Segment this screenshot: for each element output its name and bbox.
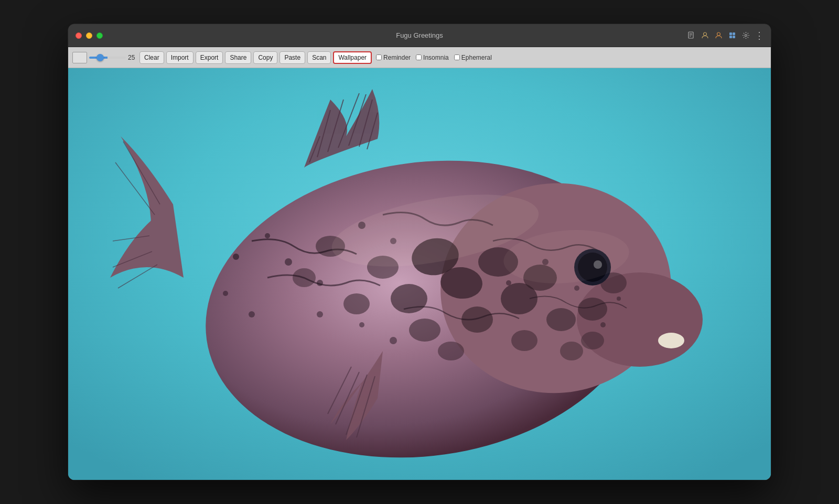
svg-point-34 bbox=[581, 332, 604, 349]
reminder-checkbox[interactable] bbox=[376, 54, 382, 60]
reminder-checkbox-label[interactable]: Reminder bbox=[376, 54, 411, 61]
maximize-button[interactable] bbox=[96, 32, 103, 39]
clear-button[interactable]: Clear bbox=[139, 51, 164, 64]
svg-rect-7 bbox=[733, 32, 735, 35]
svg-point-48 bbox=[617, 297, 621, 301]
canvas-area[interactable] bbox=[68, 68, 771, 480]
svg-point-17 bbox=[391, 284, 427, 313]
svg-point-36 bbox=[265, 233, 270, 238]
paste-button[interactable]: Paste bbox=[279, 51, 305, 64]
window-title: Fugu Greetings bbox=[396, 31, 443, 39]
ephemeral-checkbox-label[interactable]: Ephemeral bbox=[454, 54, 492, 61]
checkbox-group: Reminder Insomnia Ephemeral bbox=[376, 54, 492, 61]
svg-point-5 bbox=[717, 32, 720, 36]
svg-point-46 bbox=[574, 286, 579, 291]
ephemeral-checkbox[interactable] bbox=[454, 54, 460, 60]
svg-point-50 bbox=[249, 311, 255, 317]
svg-point-41 bbox=[359, 322, 364, 327]
titlebar: Fugu Greetings bbox=[68, 24, 771, 47]
insomnia-checkbox[interactable] bbox=[416, 54, 422, 60]
svg-point-4 bbox=[703, 32, 706, 36]
close-button[interactable] bbox=[76, 32, 82, 39]
profile-icon-2[interactable] bbox=[714, 31, 723, 40]
toolbar: 25 Clear Import Export Share Copy Paste … bbox=[68, 47, 771, 68]
ephemeral-label: Ephemeral bbox=[461, 54, 492, 61]
svg-point-31 bbox=[560, 342, 583, 360]
svg-point-29 bbox=[409, 319, 440, 342]
brush-size-slider[interactable] bbox=[89, 57, 126, 59]
svg-point-26 bbox=[511, 330, 537, 351]
svg-point-47 bbox=[600, 322, 606, 327]
svg-point-10 bbox=[745, 35, 747, 37]
svg-point-30 bbox=[438, 342, 464, 360]
insomnia-label: Insomnia bbox=[423, 54, 449, 61]
extension-icon[interactable] bbox=[728, 31, 736, 40]
color-swatch[interactable] bbox=[72, 52, 87, 63]
slider-container: 25 bbox=[89, 54, 137, 61]
svg-point-35 bbox=[233, 254, 239, 260]
scan-button[interactable]: Scan bbox=[307, 51, 331, 64]
share-button[interactable]: Share bbox=[225, 51, 251, 64]
svg-point-23 bbox=[343, 293, 370, 314]
svg-point-43 bbox=[317, 311, 323, 317]
svg-rect-9 bbox=[733, 36, 735, 38]
fish-illustration bbox=[68, 68, 771, 480]
svg-point-37 bbox=[285, 258, 292, 266]
wallpaper-button[interactable]: Wallpaper bbox=[333, 51, 372, 64]
new-document-icon[interactable] bbox=[687, 31, 695, 40]
titlebar-icon-group: ⋮ bbox=[687, 31, 771, 40]
copy-button[interactable]: Copy bbox=[253, 51, 277, 64]
svg-point-32 bbox=[578, 298, 607, 321]
app-window: Fugu Greetings bbox=[68, 24, 771, 480]
reminder-label: Reminder bbox=[383, 54, 411, 61]
fish-canvas bbox=[68, 68, 771, 480]
svg-rect-6 bbox=[729, 32, 732, 35]
svg-point-15 bbox=[658, 333, 684, 348]
export-button[interactable]: Export bbox=[196, 51, 223, 64]
svg-point-49 bbox=[223, 291, 228, 296]
svg-point-38 bbox=[317, 280, 323, 286]
import-button[interactable]: Import bbox=[166, 51, 193, 64]
settings-icon[interactable] bbox=[741, 31, 750, 40]
svg-point-44 bbox=[506, 280, 511, 286]
svg-point-25 bbox=[546, 308, 576, 331]
insomnia-checkbox-label[interactable]: Insomnia bbox=[416, 54, 449, 61]
slider-value-label: 25 bbox=[128, 54, 137, 61]
traffic-lights bbox=[68, 32, 103, 39]
svg-point-42 bbox=[390, 337, 397, 344]
more-options-icon[interactable]: ⋮ bbox=[755, 31, 763, 40]
svg-rect-8 bbox=[729, 36, 732, 38]
minimize-button[interactable] bbox=[86, 32, 92, 39]
profile-icon-1[interactable] bbox=[701, 31, 709, 40]
